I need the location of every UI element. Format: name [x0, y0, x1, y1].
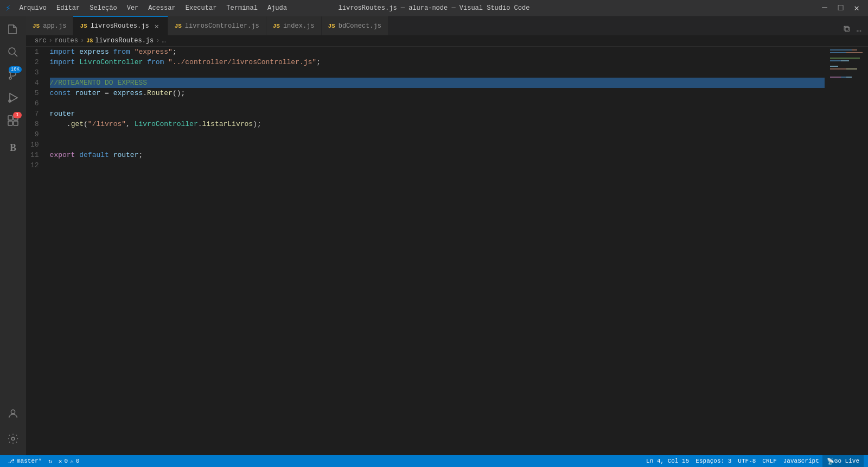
code-line-3 [50, 67, 825, 78]
js-icon-active: JS [80, 23, 87, 29]
tab-label-index: index.js [283, 22, 315, 30]
svg-point-11 [11, 410, 15, 414]
warning-icon: ⚠ [70, 458, 74, 465]
encoding-item[interactable]: UTF-8 [735, 455, 759, 467]
svg-point-12 [11, 437, 15, 440]
svg-rect-19 [841, 60, 849, 61]
tab-label-livros-routes: livrosRoutes.js [91, 22, 149, 30]
code-line-4: //ROTEAMENTO DO EXPRESS [50, 78, 825, 88]
search-icon[interactable] [2, 41, 24, 63]
menu-selecao[interactable]: Seleção [85, 3, 121, 13]
js-icon-ctrl: JS [175, 23, 182, 29]
status-bar: ⎇ master* ↻ ✕ 0 ⚠ 0 Ln 4, Col 15 Espaços… [0, 455, 868, 467]
b-icon[interactable]: B [2, 137, 24, 159]
close-button[interactable]: ✕ [851, 2, 863, 15]
maximize-button[interactable]: □ [835, 2, 847, 14]
breadcrumb-routes[interactable]: routes [55, 37, 78, 45]
js-icon: JS [33, 23, 40, 29]
tab-label-livros-controller: livrosController.js [185, 22, 259, 30]
svg-line-1 [15, 54, 18, 57]
go-live-icon: 📡 [827, 458, 834, 465]
svg-rect-23 [830, 77, 841, 78]
svg-rect-24 [841, 77, 846, 78]
source-control-icon[interactable]: 10K [2, 64, 24, 86]
status-right: Ln 4, Col 15 Espaços: 3 UTF-8 CRLF JavaS… [643, 455, 864, 467]
code-line-1: import express from "express"; [50, 47, 825, 57]
sync-item[interactable]: ↻ [45, 455, 55, 467]
svg-rect-14 [852, 49, 857, 51]
warning-count: 0 [76, 458, 80, 464]
minimap [825, 47, 868, 455]
menu-arquivo[interactable]: Arquivo [15, 3, 51, 13]
menu-editar[interactable]: Editar [52, 3, 84, 13]
breadcrumb-ellipsis[interactable]: … [162, 37, 165, 45]
vscode-icon: ⚡ [5, 3, 11, 14]
svg-rect-16 [846, 52, 863, 53]
tab-livros-controller-js[interactable]: JS livrosController.js [168, 16, 266, 35]
position-item[interactable]: Ln 4, Col 15 [643, 455, 692, 467]
encoding-label: UTF-8 [738, 458, 756, 464]
titlebar-left: ⚡ Arquivo Editar Seleção Ver Acessar Exe… [5, 3, 291, 14]
js-icon-bd: JS [328, 23, 335, 29]
svg-rect-15 [830, 52, 846, 53]
git-branch-item[interactable]: ⎇ master* [4, 455, 45, 467]
svg-rect-13 [830, 49, 852, 51]
window-controls: ─ □ ✕ [819, 2, 863, 15]
spaces-label: Espaços: 3 [695, 458, 731, 464]
tab-app-js[interactable]: JS app.js [26, 16, 73, 35]
tabs-bar: JS app.js JS livrosRoutes.js ✕ JS livros… [26, 16, 868, 35]
language-label: JavaScript [783, 458, 819, 464]
tab-index-js[interactable]: JS index.js [266, 16, 322, 35]
extensions-icon[interactable]: 1 [2, 110, 24, 131]
language-item[interactable]: JavaScript [780, 455, 822, 467]
menu-executar[interactable]: Executar [181, 3, 221, 13]
tab-livros-routes-js[interactable]: JS livrosRoutes.js ✕ [73, 16, 168, 35]
menu-terminal[interactable]: Terminal [222, 3, 262, 13]
code-editor[interactable]: 1 2 3 4 5 6 7 8 9 10 11 12 import expres… [26, 47, 868, 455]
tab-close-livros-routes[interactable]: ✕ [152, 22, 161, 30]
svg-rect-22 [846, 68, 857, 70]
tab-bd-conect-js[interactable]: JS bdConect.js [322, 16, 388, 35]
source-control-badge: 10K [9, 66, 22, 73]
svg-rect-18 [830, 60, 841, 61]
svg-rect-20 [830, 66, 838, 67]
split-editor-icon[interactable]: ⧉ [841, 23, 852, 35]
minimize-button[interactable]: ─ [819, 2, 831, 14]
svg-rect-21 [830, 68, 846, 70]
main-layout: 10K 1 B [0, 16, 868, 455]
more-tabs-icon[interactable]: … [854, 23, 864, 35]
svg-point-2 [9, 77, 11, 79]
code-line-6 [50, 98, 825, 109]
svg-rect-17 [830, 58, 860, 59]
files-icon[interactable] [2, 18, 24, 40]
sync-icon: ↻ [48, 458, 52, 465]
go-live-button[interactable]: 📡 Go Live [822, 455, 864, 467]
menu-acessar[interactable]: Acessar [144, 3, 180, 13]
account-icon[interactable] [2, 403, 24, 425]
menu-ajuda[interactable]: Ajuda [263, 3, 291, 13]
breadcrumb-src[interactable]: src [35, 37, 47, 45]
code-line-9 [50, 129, 825, 140]
menu-ver[interactable]: Ver [123, 3, 143, 13]
window-title: livrosRoutes.js — alura-node — Visual St… [339, 4, 530, 12]
spaces-item[interactable]: Espaços: 3 [692, 455, 735, 467]
line-ending-item[interactable]: CRLF [759, 455, 780, 467]
code-line-5: const router = express.Router(); [50, 88, 825, 98]
code-line-12 [50, 160, 825, 171]
minimap-svg [825, 47, 868, 155]
code-content[interactable]: import express from "express"; import Li… [48, 47, 825, 455]
svg-rect-25 [846, 77, 852, 78]
code-line-10 [50, 140, 825, 150]
svg-point-0 [9, 48, 15, 54]
line-ending-label: CRLF [762, 458, 776, 464]
run-icon[interactable] [2, 87, 24, 109]
errors-item[interactable]: ✕ 0 ⚠ 0 [55, 455, 82, 467]
activity-bar-bottom [2, 403, 24, 455]
line-numbers: 1 2 3 4 5 6 7 8 9 10 11 12 [26, 47, 48, 455]
breadcrumb-filename[interactable]: livrosRoutes.js [95, 37, 154, 45]
extensions-badge: 1 [13, 112, 22, 118]
tab-label-bd: bdConect.js [339, 22, 381, 30]
svg-rect-9 [8, 121, 12, 125]
settings-icon[interactable] [2, 428, 24, 450]
svg-rect-10 [14, 121, 18, 125]
